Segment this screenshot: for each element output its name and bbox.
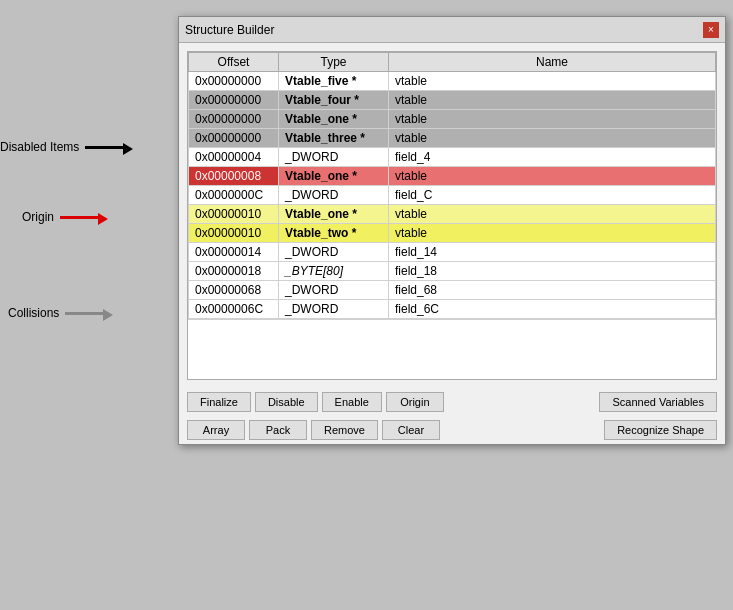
- cell-name: vtable: [389, 224, 716, 243]
- dialog-titlebar: Structure Builder ×: [179, 17, 725, 43]
- table-row[interactable]: 0x0000006C_DWORDfield_6C: [189, 300, 716, 319]
- collisions-arrow: [65, 312, 105, 315]
- close-button[interactable]: ×: [703, 22, 719, 38]
- cell-type: Vtable_five *: [279, 72, 389, 91]
- cell-type: Vtable_four *: [279, 91, 389, 110]
- cell-name: vtable: [389, 91, 716, 110]
- cell-offset: 0x00000010: [189, 205, 279, 224]
- table-row[interactable]: 0x00000018_BYTE[80]field_18: [189, 262, 716, 281]
- cell-name: vtable: [389, 129, 716, 148]
- table-header-row: Offset Type Name: [189, 53, 716, 72]
- cell-offset: 0x00000000: [189, 110, 279, 129]
- table-row[interactable]: 0x00000000Vtable_four *vtable: [189, 91, 716, 110]
- cell-name: vtable: [389, 110, 716, 129]
- cell-name: vtable: [389, 167, 716, 186]
- origin-arrow: [60, 216, 100, 219]
- table-row[interactable]: 0x0000000C_DWORDfield_C: [189, 186, 716, 205]
- button-row-1: Finalize Disable Enable Origin Scanned V…: [179, 388, 725, 416]
- pack-button[interactable]: Pack: [249, 420, 307, 440]
- structure-builder-dialog: Structure Builder × Offset Type Name 0x0…: [178, 16, 726, 445]
- remove-button[interactable]: Remove: [311, 420, 378, 440]
- cell-name: field_18: [389, 262, 716, 281]
- enable-button[interactable]: Enable: [322, 392, 382, 412]
- cell-type: _DWORD: [279, 300, 389, 319]
- cell-type: Vtable_two *: [279, 224, 389, 243]
- table-row[interactable]: 0x00000008Vtable_one *vtable: [189, 167, 716, 186]
- cell-name: vtable: [389, 72, 716, 91]
- table-row[interactable]: 0x00000000Vtable_one *vtable: [189, 110, 716, 129]
- collisions-label: Collisions: [8, 306, 105, 320]
- cell-offset: 0x00000000: [189, 91, 279, 110]
- dialog-title: Structure Builder: [185, 23, 274, 37]
- cell-offset: 0x00000068: [189, 281, 279, 300]
- empty-area: [188, 319, 716, 379]
- origin-text: Origin: [22, 210, 54, 224]
- cell-name: field_C: [389, 186, 716, 205]
- cell-name: field_14: [389, 243, 716, 262]
- cell-type: _DWORD: [279, 186, 389, 205]
- cell-offset: 0x00000018: [189, 262, 279, 281]
- table-row[interactable]: 0x00000000Vtable_three *vtable: [189, 129, 716, 148]
- cell-offset: 0x0000006C: [189, 300, 279, 319]
- cell-type: _DWORD: [279, 243, 389, 262]
- finalize-button[interactable]: Finalize: [187, 392, 251, 412]
- cell-name: field_4: [389, 148, 716, 167]
- table-row[interactable]: 0x00000004_DWORDfield_4: [189, 148, 716, 167]
- disable-button[interactable]: Disable: [255, 392, 318, 412]
- origin-label: Origin: [22, 210, 100, 224]
- cell-offset: 0x00000008: [189, 167, 279, 186]
- cell-name: field_68: [389, 281, 716, 300]
- cell-offset: 0x00000000: [189, 129, 279, 148]
- recognize-shape-button[interactable]: Recognize Shape: [604, 420, 717, 440]
- cell-type: Vtable_one *: [279, 205, 389, 224]
- table-row[interactable]: 0x00000010Vtable_two *vtable: [189, 224, 716, 243]
- table-row[interactable]: 0x00000000Vtable_five *vtable: [189, 72, 716, 91]
- cell-type: Vtable_one *: [279, 110, 389, 129]
- collisions-text: Collisions: [8, 306, 59, 320]
- table-container: Offset Type Name 0x00000000Vtable_five *…: [187, 51, 717, 380]
- clear-button[interactable]: Clear: [382, 420, 440, 440]
- cell-offset: 0x00000010: [189, 224, 279, 243]
- cell-type: _DWORD: [279, 281, 389, 300]
- table-row[interactable]: 0x00000010Vtable_one *vtable: [189, 205, 716, 224]
- header-offset: Offset: [189, 53, 279, 72]
- cell-type: _BYTE[80]: [279, 262, 389, 281]
- cell-type: Vtable_three *: [279, 129, 389, 148]
- table-row[interactable]: 0x00000014_DWORDfield_14: [189, 243, 716, 262]
- cell-name: vtable: [389, 205, 716, 224]
- scanned-variables-button[interactable]: Scanned Variables: [599, 392, 717, 412]
- origin-button[interactable]: Origin: [386, 392, 444, 412]
- cell-type: _DWORD: [279, 148, 389, 167]
- table-row[interactable]: 0x00000068_DWORDfield_68: [189, 281, 716, 300]
- disabled-items-arrow: [85, 146, 125, 149]
- cell-type: Vtable_one *: [279, 167, 389, 186]
- cell-name: field_6C: [389, 300, 716, 319]
- cell-offset: 0x0000000C: [189, 186, 279, 205]
- button-row-2: Array Pack Remove Clear Recognize Shape: [179, 416, 725, 444]
- cell-offset: 0x00000004: [189, 148, 279, 167]
- array-button[interactable]: Array: [187, 420, 245, 440]
- structure-table: Offset Type Name 0x00000000Vtable_five *…: [188, 52, 716, 319]
- header-type: Type: [279, 53, 389, 72]
- cell-offset: 0x00000000: [189, 72, 279, 91]
- disabled-items-label: Disabled Items: [0, 140, 125, 154]
- disabled-items-text: Disabled Items: [0, 140, 79, 154]
- header-name: Name: [389, 53, 716, 72]
- cell-offset: 0x00000014: [189, 243, 279, 262]
